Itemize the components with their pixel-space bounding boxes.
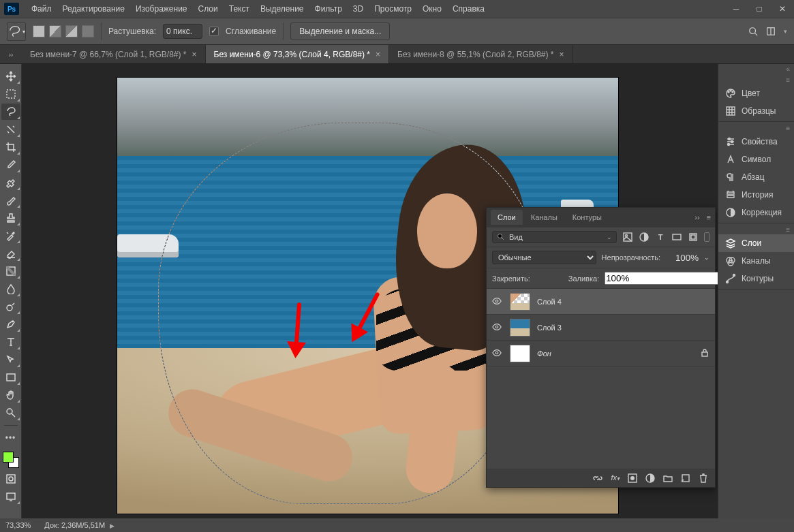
tool-brush[interactable] [1, 192, 20, 208]
tool-gradient[interactable] [1, 263, 20, 279]
filter-shape-icon[interactable] [671, 232, 682, 242]
window-close-button[interactable]: ✕ [771, 0, 794, 18]
menu-Справка[interactable]: Справка [447, 0, 490, 18]
tool-magic-lasso[interactable] [1, 121, 20, 138]
delete-layer-icon[interactable] [699, 473, 708, 483]
dock-item-Цвет[interactable]: Цвет [718, 84, 794, 102]
menu-Выделение[interactable]: Выделение [255, 0, 309, 18]
selection-new-icon[interactable] [33, 25, 45, 37]
opacity-input[interactable] [666, 253, 699, 263]
filter-type-icon[interactable]: T [655, 232, 666, 242]
tab-layers[interactable]: Слои [491, 210, 523, 225]
edit-toolbar-button[interactable]: ••• [1, 430, 20, 446]
tool-stamp[interactable] [1, 210, 20, 226]
menu-Текст[interactable]: Текст [224, 0, 255, 18]
tool-history-brush[interactable] [1, 228, 20, 244]
dock-item-Контуры[interactable]: Контуры [718, 270, 794, 287]
chevron-down-icon[interactable]: ▾ [784, 28, 787, 35]
new-adjustment-icon[interactable] [645, 473, 655, 483]
layer-thumbnail[interactable] [510, 293, 530, 311]
layer-name[interactable]: Слой 3 [537, 324, 709, 332]
tool-crop[interactable] [1, 139, 20, 155]
menu-Окно[interactable]: Окно [417, 0, 447, 18]
panel-menu-icon[interactable]: ≡ [718, 75, 794, 84]
menu-Изображение[interactable]: Изображение [130, 0, 193, 18]
tool-hand[interactable] [1, 387, 20, 403]
tabstrip-expand-icon[interactable]: ›› [0, 45, 22, 64]
menu-3D[interactable]: 3D [348, 0, 369, 18]
tool-blur[interactable] [1, 281, 20, 297]
tool-eyedrop[interactable] [1, 157, 20, 173]
new-group-icon[interactable] [663, 473, 673, 483]
window-minimize-button[interactable]: ─ [724, 0, 748, 18]
close-tab-icon[interactable]: × [192, 50, 197, 59]
layer-filter-kind[interactable]: Вид ⌄ [492, 231, 617, 243]
document-tab[interactable]: Без имени-8 @ 55,1% (Слой 2, RGB/8#) *× [389, 45, 573, 63]
close-tab-icon[interactable]: × [560, 50, 564, 59]
select-and-mask-button[interactable]: Выделение и маска... [290, 22, 390, 40]
dock-item-Слои[interactable]: Слои [718, 234, 794, 252]
layer-name[interactable]: Фон [537, 349, 693, 358]
collapse-icon[interactable]: ›› [694, 213, 699, 221]
layer-name[interactable]: Слой 4 [537, 298, 709, 306]
lock-icon[interactable] [700, 348, 709, 359]
menu-Фильтр[interactable]: Фильтр [309, 0, 348, 18]
quickmask-button[interactable] [1, 471, 20, 487]
chevron-down-icon[interactable]: ⌄ [704, 254, 709, 261]
panel-menu-icon[interactable]: ≡ [718, 225, 794, 234]
selection-add-icon[interactable] [49, 25, 61, 37]
menu-Слои[interactable]: Слои [193, 0, 224, 18]
antialias-checkbox[interactable] [209, 27, 219, 36]
panel-menu-icon[interactable]: ≡ [718, 123, 794, 133]
document-tab[interactable]: Без имени-7 @ 66,7% (Слой 1, RGB/8#) *× [22, 45, 206, 63]
fill-input[interactable] [605, 272, 718, 285]
tool-pen[interactable] [1, 316, 20, 332]
selection-intersect-icon[interactable] [82, 25, 94, 37]
layer-thumbnail[interactable] [510, 319, 530, 337]
filter-adjust-icon[interactable] [639, 232, 650, 242]
layer-visibility-icon[interactable] [492, 322, 503, 333]
dock-collapse-icon[interactable]: « [718, 64, 794, 74]
window-maximize-button[interactable]: □ [748, 0, 771, 18]
add-mask-icon[interactable] [628, 473, 637, 483]
layer-visibility-icon[interactable] [492, 296, 503, 307]
layer-row[interactable]: Слой 3 [487, 315, 715, 341]
link-layers-icon[interactable] [593, 473, 602, 483]
tool-path-sel[interactable] [1, 351, 20, 368]
filter-toggle[interactable] [704, 232, 709, 242]
screenmode-button[interactable] [1, 488, 20, 505]
layer-thumbnail[interactable] [510, 345, 530, 362]
active-tool-icon[interactable]: ▾ [7, 22, 26, 41]
tool-heal[interactable] [1, 174, 20, 191]
document-tab[interactable]: Без имени-6 @ 73,3% (Слой 4, RGB/8#) *× [206, 45, 390, 63]
layer-visibility-icon[interactable] [492, 348, 503, 359]
dock-item-Коррекция[interactable]: Коррекция [718, 204, 794, 221]
tool-rect[interactable] [1, 369, 20, 386]
menu-Просмотр[interactable]: Просмотр [369, 0, 417, 18]
tool-eraser[interactable] [1, 245, 20, 262]
layer-fx-icon[interactable]: fx▾ [611, 473, 620, 483]
tool-zoom[interactable] [1, 405, 20, 421]
new-layer-icon[interactable] [681, 473, 690, 483]
zoom-level[interactable]: 73,33% [5, 521, 31, 529]
chevron-right-icon[interactable]: ▶ [110, 522, 114, 529]
tool-lasso[interactable] [1, 104, 20, 120]
filter-pixel-icon[interactable] [622, 232, 633, 242]
tool-rect-marquee[interactable] [1, 86, 20, 102]
menu-Файл[interactable]: Файл [26, 0, 57, 18]
layer-row[interactable]: Слой 4 [487, 289, 715, 315]
dock-item-Символ[interactable]: Символ [718, 151, 794, 168]
tool-dodge[interactable] [1, 298, 20, 315]
blend-mode-select[interactable]: Обычные [492, 251, 596, 264]
tab-paths[interactable]: Контуры [566, 210, 609, 225]
foreground-background-colors[interactable] [1, 450, 20, 469]
dock-item-История[interactable]: История [718, 186, 794, 204]
close-tab-icon[interactable]: × [376, 50, 380, 59]
dock-item-Свойства[interactable]: Свойства [718, 133, 794, 151]
tool-type[interactable] [1, 334, 20, 350]
tool-move[interactable] [1, 68, 20, 84]
menu-Редактирование[interactable]: Редактирование [57, 0, 130, 18]
layer-row[interactable]: Фон [487, 341, 715, 366]
dock-item-Каналы[interactable]: Каналы [718, 252, 794, 270]
search-icon[interactable] [748, 27, 758, 36]
